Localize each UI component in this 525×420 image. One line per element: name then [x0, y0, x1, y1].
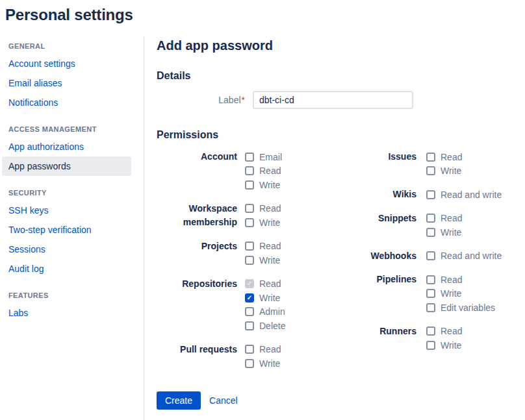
checkbox[interactable]	[245, 241, 254, 251]
sidebar-item-two-step-verification[interactable]: Two-step verification	[2, 220, 131, 240]
permission-option-pipelines-edit-variables: Edit variables	[426, 301, 495, 315]
checked-checkbox[interactable]: ✓	[245, 293, 254, 303]
permission-group-workspace-membership: Workspace membershipReadWrite	[157, 202, 363, 230]
checkbox-label: Write	[259, 291, 280, 304]
permission-option-account-write: Write	[245, 178, 282, 192]
permission-group-wikis: WikisRead and write	[363, 188, 502, 202]
permission-group-label-issues: Issues	[363, 150, 426, 178]
label-field-label: Label*	[157, 93, 253, 106]
permission-option-issues-write: Write	[426, 164, 462, 179]
permission-group-label-projects: Projects	[157, 240, 245, 267]
checkbox[interactable]	[245, 153, 254, 162]
permission-option-pipelines-read: Read	[426, 273, 495, 287]
sidebar-section-header-security: SECURITY	[2, 182, 144, 201]
permission-group-projects: ProjectsReadWrite	[157, 240, 363, 267]
permission-group-repositories: Repositories✓Read✓WriteAdminDelete	[157, 277, 363, 333]
checkbox-label: Read	[441, 325, 462, 338]
checkbox[interactable]	[426, 341, 435, 350]
checkbox-label: Delete	[259, 319, 285, 332]
checkbox[interactable]	[245, 321, 254, 330]
form-title: Add app password	[157, 37, 525, 54]
checkbox[interactable]	[245, 256, 254, 265]
permission-option-repositories-read: ✓Read	[245, 277, 285, 291]
sidebar-item-email-aliases[interactable]: Email aliases	[2, 73, 131, 93]
checkbox-stack: ReadWrite	[245, 202, 281, 230]
checkbox-label: Admin	[259, 305, 285, 318]
checkbox[interactable]	[245, 166, 254, 175]
checkbox-stack: Read and write	[426, 188, 502, 202]
sidebar-item-sessions[interactable]: Sessions	[2, 240, 131, 259]
content-layout: GENERALAccount settingsEmail aliasesNoti…	[0, 36, 525, 420]
checkbox[interactable]	[426, 275, 435, 284]
checkbox-stack: EmailReadWrite	[245, 150, 282, 192]
form-actions: Create Cancel	[157, 391, 525, 410]
permission-group-runners: RunnersReadWrite	[363, 325, 502, 352]
permission-group-label-pipelines: Pipelines	[363, 273, 426, 315]
page-title: Personal settings	[5, 5, 525, 25]
checkbox-stack: ReadWrite	[426, 212, 462, 240]
checkbox-stack: ReadWrite	[426, 325, 462, 352]
permission-group-pipelines: PipelinesReadWriteEdit variables	[363, 273, 502, 315]
checkbox[interactable]	[426, 303, 435, 312]
checkbox-label: Write	[259, 216, 280, 229]
checkbox[interactable]	[426, 190, 435, 199]
checkbox-label: Write	[441, 339, 461, 352]
sidebar-item-ssh-keys[interactable]: SSH keys	[2, 201, 131, 220]
permissions-column-left: AccountEmailReadWriteWorkspace membershi…	[157, 150, 363, 371]
checkbox[interactable]	[426, 289, 435, 298]
permission-option-repositories-delete: Delete	[245, 319, 285, 333]
permissions-column-right: IssuesReadWriteWikisRead and writeSnippe…	[363, 150, 502, 371]
permission-option-pull-requests-write: Write	[245, 356, 281, 371]
checkbox[interactable]	[245, 307, 254, 316]
sidebar-item-audit-log[interactable]: Audit log	[2, 259, 131, 278]
permission-option-runners-write: Write	[426, 338, 462, 352]
required-asterisk: *	[242, 95, 245, 105]
checkbox[interactable]	[426, 214, 435, 223]
checkbox-label: Write	[441, 287, 461, 300]
checkbox-label: Read	[441, 273, 462, 286]
checkbox[interactable]	[426, 251, 435, 260]
sidebar-item-app-passwords[interactable]: App passwords	[2, 156, 131, 176]
checkbox-label: Read	[259, 277, 281, 290]
sidebar: GENERALAccount settingsEmail aliasesNoti…	[0, 36, 144, 420]
checkbox[interactable]	[245, 180, 254, 190]
checkbox-label: Write	[259, 357, 280, 370]
checkbox-stack: ReadWriteEdit variables	[426, 273, 495, 315]
permission-option-account-read: Read	[245, 164, 282, 179]
permission-option-snippets-write: Write	[426, 225, 462, 240]
checkbox-label: Write	[259, 179, 280, 191]
label-field-row: Label*	[157, 91, 525, 109]
checkbox-label: Write	[441, 226, 461, 239]
create-button[interactable]: Create	[157, 391, 201, 410]
checkbox-stack: ✓Read✓WriteAdminDelete	[245, 277, 285, 333]
sidebar-item-labs[interactable]: Labs	[2, 303, 131, 323]
checkbox[interactable]	[245, 218, 254, 227]
checkbox[interactable]	[426, 153, 435, 162]
permission-group-account: AccountEmailReadWrite	[157, 150, 363, 192]
checkbox[interactable]	[245, 359, 254, 368]
label-input[interactable]	[253, 91, 413, 109]
checkbox[interactable]	[245, 204, 254, 213]
checkbox[interactable]	[426, 228, 435, 237]
checkbox[interactable]	[426, 166, 435, 175]
checked-disabled-checkbox: ✓	[245, 279, 254, 288]
checkbox-label: Read	[441, 212, 462, 225]
permission-option-projects-read: Read	[245, 240, 281, 254]
checkbox-stack: ReadWrite	[245, 343, 281, 371]
cancel-link[interactable]: Cancel	[209, 395, 238, 406]
permissions-heading: Permissions	[157, 129, 525, 142]
sidebar-section-header-access-management: ACCESS MANAGEMENT	[2, 119, 144, 137]
main-panel: Add app password Details Label* Permissi…	[144, 36, 525, 420]
permission-group-snippets: SnippetsReadWrite	[363, 212, 502, 240]
permission-group-label-runners: Runners	[363, 325, 426, 352]
sidebar-section-header-general: GENERAL	[2, 36, 144, 54]
checkbox-label: Read and write	[441, 249, 502, 262]
checkbox-label: Read	[259, 202, 281, 215]
sidebar-item-account-settings[interactable]: Account settings	[2, 54, 131, 73]
checkbox-stack: ReadWrite	[426, 150, 462, 178]
checkbox[interactable]	[426, 327, 435, 336]
checkbox-label: Read and write	[441, 188, 502, 201]
sidebar-item-notifications[interactable]: Notifications	[2, 93, 131, 112]
sidebar-item-app-authorizations[interactable]: App authorizations	[2, 137, 131, 156]
checkbox[interactable]	[245, 345, 254, 354]
